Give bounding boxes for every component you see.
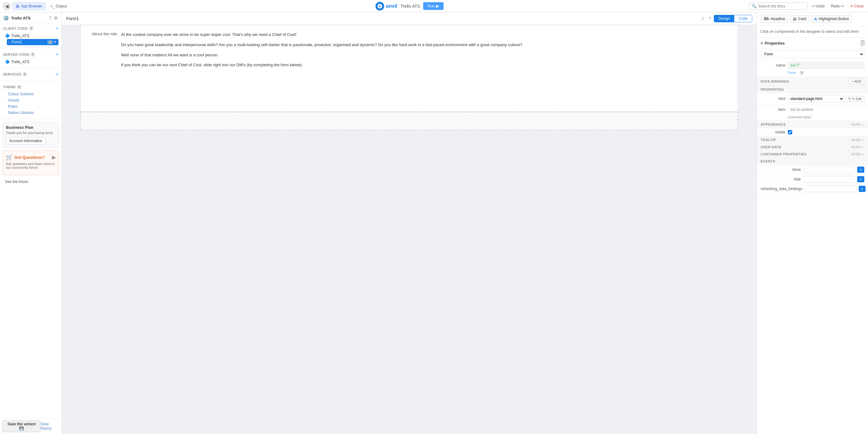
- app-browser-icon: ⊞: [16, 4, 20, 9]
- prop-group-visible: visible: [757, 128, 868, 136]
- hide-label: hide: [761, 177, 801, 181]
- html-edit-button[interactable]: ✎ ✎ Edit: [845, 96, 864, 102]
- form1-arrow: ▸: [9, 40, 10, 44]
- sidebar-settings-button[interactable]: ⚙: [53, 15, 59, 21]
- redo-button[interactable]: Redo ↪: [829, 3, 846, 9]
- anvil-logo: anvil: [375, 2, 397, 10]
- form-content-area[interactable]: About the role: At the coolest company e…: [81, 25, 738, 112]
- theme-label: THEME ?: [3, 85, 59, 89]
- form-type-select[interactable]: Form: [761, 51, 864, 58]
- appearance-label: APPEARANCE: [761, 123, 786, 126]
- container-props-more[interactable]: MORE »: [851, 152, 864, 156]
- services-add-button[interactable]: +: [56, 71, 59, 77]
- item-hint-row: (unknown type): [757, 115, 868, 121]
- refreshing-input[interactable]: [805, 185, 856, 192]
- data-bindings-add-button[interactable]: + ADD: [849, 79, 864, 84]
- account-info-button[interactable]: Account Information: [6, 137, 46, 145]
- events-section-header: EVENTS: [757, 158, 868, 165]
- sidebar-help-button[interactable]: ?: [48, 15, 52, 21]
- code-tab[interactable]: Code: [734, 15, 752, 22]
- sidebar-item-roles[interactable]: Roles: [6, 103, 55, 110]
- app-name: Trello ATS: [400, 4, 420, 9]
- sidebar-app-icon: ⚙️: [3, 15, 9, 21]
- container-props-label: CONTAINER PROPERTIES: [761, 152, 807, 156]
- close-button[interactable]: ✕ Close: [848, 3, 866, 9]
- prop-group-item: item Set at runtime (unknown type): [757, 105, 868, 121]
- tooltip-label: TOOLTIP: [761, 138, 776, 142]
- sidebar-item-assets[interactable]: Assets: [6, 97, 55, 103]
- services-help-icon[interactable]: ?: [23, 72, 27, 76]
- server-code-add-button[interactable]: +: [56, 52, 59, 57]
- visible-checkbox[interactable]: [788, 130, 792, 134]
- sidebar-item-native-libraries[interactable]: Native Libraries: [6, 110, 55, 116]
- business-plan-panel: Business Plan Thank-you for purchasing A…: [2, 122, 59, 148]
- visible-label: visible: [761, 130, 785, 134]
- run-button[interactable]: Run ▶: [423, 2, 443, 10]
- refreshing-run-button[interactable]: »: [859, 186, 866, 192]
- comp-ab[interactable]: Ab Headline: [761, 15, 788, 23]
- app-browser-tab[interactable]: ⊞ App Browser: [12, 2, 46, 10]
- html-select[interactable]: standard-page.html: [788, 95, 844, 102]
- server-code-help-icon[interactable]: ?: [31, 52, 35, 57]
- services-label: SERVICES ? +: [3, 71, 59, 77]
- search-box: 🔍: [749, 2, 808, 9]
- hide-input[interactable]: [803, 176, 855, 183]
- prop-row-html: html standard-page.html ✎ ✎ Edit: [757, 93, 868, 104]
- prop-row-name: name self: [757, 60, 868, 70]
- sidebar-item-form1[interactable]: ▸ Form1 ⚡ ▼: [7, 39, 59, 45]
- topbar-center: anvil Trello ATS Run ▶: [72, 2, 747, 10]
- comp-card[interactable]: ⊞ Card: [790, 15, 809, 23]
- data-bindings-section-header: DATA BINDINGS + ADD: [757, 77, 868, 86]
- item-value: Set at runtime: [788, 106, 864, 113]
- html-label: html: [761, 97, 785, 101]
- empty-canvas[interactable]: [62, 130, 756, 239]
- event-row-hide: hide »: [757, 175, 868, 184]
- theme-help-icon[interactable]: ?: [17, 85, 21, 89]
- back-button[interactable]: ◀: [2, 2, 11, 10]
- show-run-button[interactable]: »: [857, 166, 864, 173]
- properties-section: Click on components in the designer to s…: [757, 26, 868, 434]
- comp-highlighted-button[interactable]: A Highlighted Button: [811, 15, 851, 23]
- undo-button[interactable]: ↩ Undo: [810, 3, 827, 9]
- highlighted-button-icon: A: [814, 17, 817, 21]
- user-data-more[interactable]: MORE »: [851, 145, 864, 149]
- sidebar-item-trello-ats-server[interactable]: 🔷 Trello_ATS: [3, 59, 59, 65]
- search-icon: 🔍: [752, 4, 756, 8]
- properties-sub-section-header: PROPERTIES: [757, 86, 868, 93]
- form-header: Form1 ⤢ ? Design Code: [62, 12, 756, 25]
- sidebar: ⚙️ Trello ATS ? ⚙ CLIENT CODE ? + 🔷 Trel…: [0, 12, 62, 434]
- appearance-section-header: APPEARANCE MORE »: [757, 121, 868, 128]
- name-label: name: [761, 63, 785, 67]
- drop-zone[interactable]: [81, 112, 738, 130]
- save-version-button[interactable]: Save this version 💾: [2, 421, 40, 432]
- prop-row-form-type: Form: [757, 49, 868, 60]
- got-questions-panel: 🛒 Got Questions? ▶ Ask questions and lea…: [2, 150, 59, 175]
- client-code-add-button[interactable]: +: [56, 26, 59, 31]
- search-input[interactable]: [758, 4, 805, 8]
- fullscreen-button[interactable]: ⤢: [700, 15, 706, 22]
- form-link[interactable]: Form: [788, 71, 796, 74]
- question-arrow-icon[interactable]: ▶: [52, 154, 56, 160]
- view-history-link[interactable]: View history: [40, 422, 59, 431]
- got-questions-title: 🛒 Got Questions? ▶: [6, 154, 56, 161]
- output-tab[interactable]: >_ Output: [47, 2, 70, 10]
- center-area: Form1 ⤢ ? Design Code: [62, 12, 756, 434]
- form-canvas: About the role: At the coolest company e…: [62, 25, 756, 434]
- sidebar-item-trello-ats-client[interactable]: 🔷 Trello_ATS: [3, 32, 59, 39]
- form-header-right: ⤢ ? Design Code: [700, 15, 752, 22]
- client-code-help-icon[interactable]: ?: [29, 26, 33, 31]
- design-tab[interactable]: Design: [714, 15, 734, 22]
- container-props-section-header: CONTAINER PROPERTIES MORE »: [757, 151, 868, 158]
- tooltip-more[interactable]: MORE »: [851, 138, 864, 142]
- topbar-right: 🔍 ↩ Undo Redo ↪ ✕ Close: [749, 2, 866, 9]
- ab-icon: Ab: [763, 17, 769, 21]
- sidebar-item-colour-scheme[interactable]: Colour Scheme: [6, 91, 55, 97]
- show-input[interactable]: [803, 166, 855, 173]
- question-icon: 🛒: [6, 154, 13, 161]
- form-link-help-icon[interactable]: ?: [800, 70, 804, 75]
- properties-help-button[interactable]: ?: [861, 40, 864, 46]
- appearance-more[interactable]: MORE »: [851, 123, 864, 126]
- event-row-refreshing: refreshing_data_bindings »: [757, 184, 868, 194]
- hide-run-button[interactable]: »: [857, 176, 864, 182]
- help-button[interactable]: ?: [708, 15, 712, 22]
